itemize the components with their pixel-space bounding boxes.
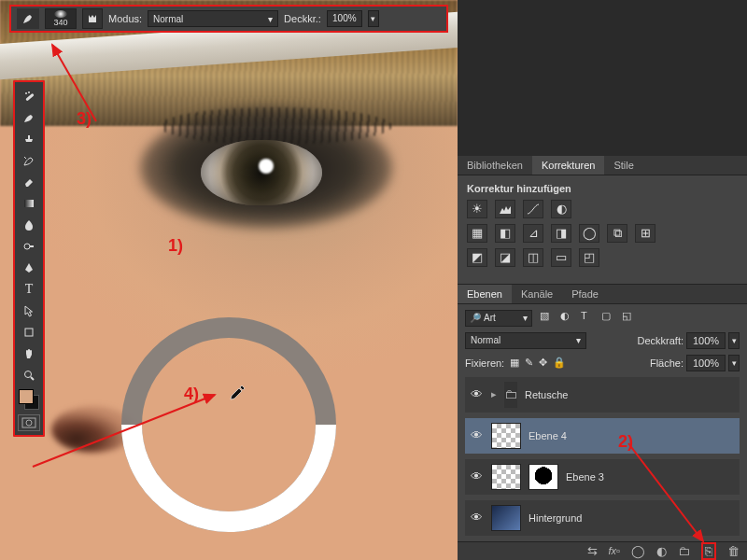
- tab-layers[interactable]: Ebenen: [458, 285, 512, 303]
- zoom-tool[interactable]: [17, 365, 41, 385]
- adjustments-panel: Korrektur hinzufügen ☀ ◐ ▦ ◧ ⊿ ◨ ◯ ⧉ ⊞ ◩…: [458, 175, 747, 280]
- layer-name[interactable]: Retusche: [525, 389, 568, 400]
- layer-blend-row: Normal▾ Deckkraft:100%▾: [465, 332, 740, 349]
- opacity-input[interactable]: 100%: [327, 10, 362, 27]
- disclosure-icon[interactable]: ▸: [491, 388, 497, 400]
- quickmask-toggle[interactable]: [18, 414, 40, 431]
- layer-thumbnail[interactable]: [491, 423, 521, 449]
- fx-icon[interactable]: fx▫: [609, 545, 620, 556]
- layer-name[interactable]: Ebene 4: [529, 430, 567, 441]
- filter-shape[interactable]: ▢: [601, 310, 618, 327]
- adj-posterize[interactable]: ◪: [495, 248, 515, 267]
- mode-label: Modus:: [108, 13, 142, 24]
- panel-tabs-1: Bibliotheken Korrekturen Stile: [458, 156, 747, 175]
- layer-thumbnail[interactable]: [491, 505, 521, 531]
- adj-photofilter[interactable]: ◯: [579, 224, 599, 243]
- heal-brush-tool[interactable]: [17, 86, 41, 106]
- layer-fill-flyout[interactable]: ▾: [728, 355, 740, 371]
- svg-point-1: [25, 92, 27, 94]
- eraser-tool[interactable]: [17, 172, 41, 192]
- layer-row-ebene3[interactable]: 👁 Ebene 3: [465, 459, 740, 495]
- active-tool-icon[interactable]: [17, 8, 39, 29]
- svg-rect-3: [24, 200, 34, 207]
- dodge-tool[interactable]: [17, 236, 41, 257]
- tab-adjustments[interactable]: Korrekturen: [532, 156, 604, 175]
- layer-row-ebene4[interactable]: 👁 Ebene 4: [465, 418, 740, 454]
- adj-colorlookup[interactable]: ⊞: [635, 224, 655, 243]
- lock-paint-icon[interactable]: ✎: [525, 357, 533, 369]
- blur-tool[interactable]: [17, 215, 41, 235]
- type-tool[interactable]: T: [17, 279, 41, 300]
- layer-row-background[interactable]: 👁 Hintergrund: [465, 500, 740, 536]
- tab-libraries[interactable]: Bibliotheken: [458, 156, 532, 175]
- layer-name[interactable]: Ebene 3: [566, 471, 604, 483]
- layer-mask-thumbnail[interactable]: [529, 464, 558, 490]
- adj-threshold[interactable]: ◫: [523, 248, 543, 267]
- adj-invert[interactable]: ◩: [467, 248, 487, 267]
- folder-icon: 🗀: [504, 382, 517, 408]
- blend-mode-dropdown[interactable]: Normal▾: [148, 10, 278, 27]
- adj-exposure[interactable]: ◐: [551, 200, 571, 218]
- tab-styles[interactable]: Stile: [604, 156, 642, 175]
- tab-channels[interactable]: Kanäle: [512, 285, 562, 303]
- brush-preset-picker[interactable]: 340: [45, 8, 77, 29]
- group-icon[interactable]: 🗀: [678, 544, 690, 558]
- adj-brightness[interactable]: ☀: [467, 200, 487, 218]
- pen-tool[interactable]: [17, 258, 41, 278]
- layer-name[interactable]: Hintergrund: [529, 512, 582, 524]
- visibility-toggle[interactable]: 👁: [471, 428, 484, 442]
- visibility-toggle[interactable]: 👁: [471, 511, 484, 525]
- adj-selective[interactable]: ◰: [579, 248, 599, 267]
- lock-all-icon[interactable]: 🔒: [553, 357, 566, 369]
- layer-opacity-flyout[interactable]: ▾: [728, 332, 740, 349]
- adj-levels[interactable]: [495, 200, 515, 218]
- history-brush-tool[interactable]: [17, 150, 41, 171]
- layer-thumbnail[interactable]: [491, 464, 521, 490]
- gradient-tool[interactable]: [17, 193, 41, 214]
- hand-tool[interactable]: [17, 343, 41, 364]
- brush-tool[interactable]: [17, 107, 41, 128]
- opacity-flyout[interactable]: ▾: [368, 10, 379, 27]
- visibility-toggle[interactable]: 👁: [471, 387, 484, 401]
- tab-paths[interactable]: Pfade: [562, 285, 608, 303]
- lock-pos-icon[interactable]: ✥: [539, 357, 547, 369]
- filter-type[interactable]: T: [581, 310, 598, 327]
- svg-point-6: [25, 371, 32, 378]
- layer-row-group[interactable]: 👁 ▸ 🗀 Retusche: [465, 377, 740, 413]
- link-layers-icon[interactable]: ⇆: [587, 544, 598, 558]
- opacity-label: Deckkr.:: [284, 13, 321, 24]
- adj-bw[interactable]: ◨: [551, 224, 571, 243]
- adj-curves[interactable]: [523, 200, 543, 218]
- delete-layer-icon[interactable]: 🗑: [727, 544, 740, 558]
- right-panels: Bibliotheken Korrekturen Stile Korrektur…: [458, 0, 747, 560]
- layers-panel: 🔎Art▾ ▧ ◐ T ▢ ◱ Normal▾ Deckkraft:100%▾ …: [458, 304, 747, 541]
- mask-icon[interactable]: ◯: [631, 544, 645, 558]
- color-swatches[interactable]: [19, 389, 39, 410]
- adj-vibrance[interactable]: ▦: [467, 224, 487, 243]
- lock-trans-icon[interactable]: ▦: [510, 357, 519, 369]
- layer-opacity[interactable]: 100%: [686, 332, 726, 349]
- adj-hue[interactable]: ◧: [495, 224, 515, 243]
- tools-panel: T: [13, 80, 45, 437]
- adjustment-layer-icon[interactable]: ◐: [656, 544, 667, 558]
- layer-fill[interactable]: 100%: [686, 355, 726, 371]
- new-layer-icon[interactable]: ⎘: [701, 542, 716, 560]
- filter-smart[interactable]: ◱: [622, 310, 639, 327]
- adj-colorbalance[interactable]: ⊿: [523, 224, 543, 243]
- preview-area: [458, 0, 747, 156]
- adjustments-title: Korrektur hinzufügen: [467, 183, 738, 194]
- brush-panel-toggle[interactable]: [82, 8, 103, 29]
- visibility-toggle[interactable]: 👁: [471, 469, 484, 483]
- filter-adjust[interactable]: ◐: [560, 310, 577, 327]
- shape-tool[interactable]: [17, 322, 41, 343]
- canvas[interactable]: [0, 0, 458, 560]
- layer-filter-type[interactable]: 🔎Art▾: [465, 310, 532, 327]
- svg-point-2: [28, 91, 30, 93]
- clone-stamp-tool[interactable]: [17, 129, 41, 149]
- filter-pixel[interactable]: ▧: [540, 310, 557, 327]
- path-selection-tool[interactable]: [17, 301, 41, 321]
- adj-channelmixer[interactable]: ⧉: [607, 224, 627, 243]
- adj-gradientmap[interactable]: ▭: [551, 248, 571, 267]
- layer-blend-mode[interactable]: Normal▾: [465, 332, 586, 349]
- svg-point-4: [24, 244, 30, 249]
